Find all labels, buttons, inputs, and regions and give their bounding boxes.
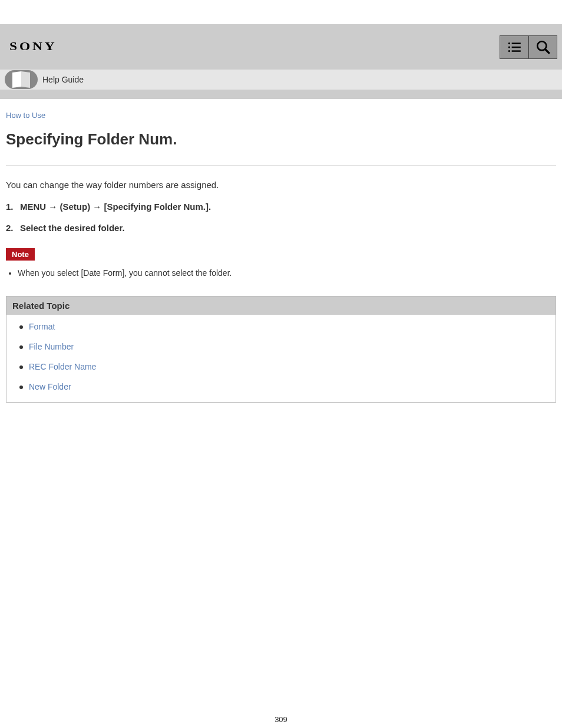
svg-rect-3 <box>511 46 520 47</box>
note-list: When you select [Date Form], you cannot … <box>6 266 556 279</box>
steps-list: MENU → (Setup) → [Specifying Folder Num.… <box>6 200 556 235</box>
breadcrumb-link[interactable]: How to Use <box>6 111 45 120</box>
manual-icon <box>5 70 38 89</box>
divider <box>6 165 556 166</box>
related-topic-header: Related Topic <box>6 297 556 315</box>
note-item: When you select [Date Form], you cannot … <box>18 266 556 279</box>
related-topic-list: Format File Number REC Folder Name New F… <box>12 322 550 391</box>
note-label: Note <box>6 248 35 261</box>
step-item: MENU → (Setup) → [Specifying Folder Num.… <box>6 200 556 214</box>
svg-line-7 <box>545 49 550 54</box>
list-icon <box>507 39 522 55</box>
page-number: 309 <box>0 715 562 724</box>
related-item: REC Folder Name <box>12 362 550 371</box>
svg-point-2 <box>508 46 510 48</box>
svg-point-6 <box>537 41 546 50</box>
related-link-format[interactable]: Format <box>29 322 55 331</box>
related-item: Format <box>12 322 550 331</box>
intro-text: You can change the way folder numbers ar… <box>6 179 556 192</box>
brand-logo: SONY <box>9 41 57 53</box>
related-topic-body: Format File Number REC Folder Name New F… <box>6 315 556 402</box>
header-icons <box>500 35 557 59</box>
svg-rect-5 <box>511 50 520 51</box>
related-item: File Number <box>12 342 550 351</box>
related-link-rec-folder[interactable]: REC Folder Name <box>29 362 96 371</box>
related-link-file-number[interactable]: File Number <box>29 342 74 351</box>
header-bar: SONY <box>0 24 562 70</box>
page-title: Specifying Folder Num. <box>6 130 556 149</box>
gray-strip <box>0 90 562 99</box>
product-label: Help Guide <box>42 75 84 84</box>
product-bar: Help Guide <box>0 70 562 90</box>
svg-point-0 <box>508 42 510 44</box>
related-link-new-folder[interactable]: New Folder <box>29 382 71 391</box>
step-item: Select the desired folder. <box>6 222 556 235</box>
related-topic-box: Related Topic Format File Number REC Fol… <box>6 296 556 403</box>
search-button[interactable] <box>528 35 557 59</box>
search-icon <box>535 39 551 55</box>
related-item: New Folder <box>12 382 550 391</box>
svg-rect-1 <box>511 42 520 44</box>
menu-button[interactable] <box>500 35 528 59</box>
svg-point-4 <box>508 50 510 51</box>
main-content: How to Use Specifying Folder Num. You ca… <box>0 99 562 403</box>
